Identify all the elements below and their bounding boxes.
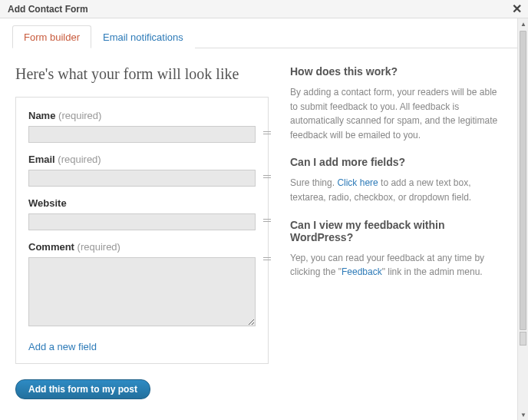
help-a3: Yep, you can read your feedback at any t… <box>290 251 503 279</box>
field-comment: Comment (required) <box>28 241 256 329</box>
field-comment-label: Comment (required) <box>28 241 256 253</box>
tab-form-builder[interactable]: Form builder <box>12 25 91 48</box>
scroll-up-icon[interactable]: ▲ <box>518 18 528 29</box>
help-column: How does this work? By adding a contact … <box>290 65 503 399</box>
tab-email-notifications[interactable]: Email notifications <box>91 25 195 48</box>
help-q1: How does this work? <box>290 65 503 78</box>
form-preview-column: Here's what your form will look like Nam… <box>15 65 269 399</box>
drag-handle-icon[interactable] <box>263 175 271 178</box>
field-website-input[interactable] <box>28 213 256 230</box>
feedback-link[interactable]: Feedback <box>342 266 382 277</box>
drag-handle-icon[interactable] <box>263 131 271 134</box>
close-icon[interactable]: ✕ <box>512 3 522 15</box>
tabs: Form builder Email notifications <box>12 25 517 48</box>
content: Here's what your form will look like Nam… <box>0 48 517 413</box>
preview-heading: Here's what your form will look like <box>15 65 269 83</box>
scroll-down-icon[interactable]: ▼ <box>518 409 528 420</box>
field-name: Name (required) <box>28 110 256 143</box>
help-q3: Can I view my feedback within WordPress? <box>290 219 503 243</box>
scroll-thumb[interactable] <box>520 31 526 330</box>
field-name-label: Name (required) <box>28 110 256 121</box>
window-title: Add Contact Form <box>8 4 88 15</box>
field-email-input[interactable] <box>28 170 256 187</box>
click-here-link[interactable]: Click here <box>337 177 378 188</box>
help-a2: Sure thing. Click here to add a new text… <box>290 176 503 204</box>
form-preview-box: Name (required) Email (required) <box>15 97 269 364</box>
dialog-body: Form builder Email notifications Here's … <box>0 18 517 420</box>
help-a1: By adding a contact form, your readers w… <box>290 85 503 142</box>
field-name-input[interactable] <box>28 126 256 143</box>
scroll-notch[interactable] <box>520 332 526 346</box>
field-email: Email (required) <box>28 154 256 187</box>
titlebar: Add Contact Form ✕ <box>0 0 528 18</box>
drag-handle-icon[interactable] <box>263 219 271 222</box>
drag-handle-icon[interactable] <box>263 257 271 260</box>
help-q2: Can I add more fields? <box>290 156 503 168</box>
add-form-button[interactable]: Add this form to my post <box>15 379 150 399</box>
field-website-label: Website <box>28 197 256 209</box>
field-comment-textarea[interactable] <box>28 257 256 326</box>
vertical-scrollbar[interactable]: ▲ ▼ <box>517 18 528 420</box>
field-email-label: Email (required) <box>28 154 256 165</box>
field-website: Website <box>28 197 256 230</box>
add-new-field-link[interactable]: Add a new field <box>28 341 97 352</box>
